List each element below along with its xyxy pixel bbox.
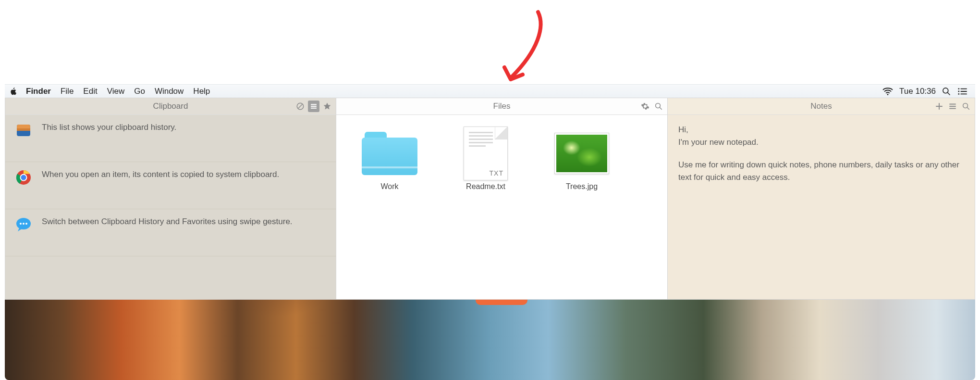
spotlight-icon[interactable] (942, 87, 951, 96)
files-panel: Files Work (336, 98, 668, 300)
clipboard-panel: Clipboard This list s (5, 98, 336, 300)
svg-point-23 (25, 223, 27, 225)
clipboard-item[interactable]: When you open an item, its content is co… (5, 162, 336, 209)
panels-container: Clipboard This list s (5, 98, 975, 300)
menubar-clock[interactable]: Tue 10:36 (899, 87, 936, 96)
svg-point-0 (887, 94, 889, 95)
svg-point-22 (23, 223, 24, 225)
file-item-image[interactable]: Trees.jpg (546, 129, 618, 191)
menu-file[interactable]: File (61, 87, 74, 96)
notes-line: I'm your new notepad. (678, 136, 964, 149)
notification-center-icon[interactable] (957, 87, 968, 96)
svg-line-2 (948, 92, 950, 95)
notes-list-button[interactable] (947, 101, 958, 112)
files-settings-button[interactable] (639, 101, 651, 112)
svg-rect-16 (17, 128, 30, 131)
clipboard-favorites-button[interactable] (321, 101, 333, 112)
wifi-icon[interactable] (882, 87, 894, 96)
image-file-icon (554, 129, 610, 177)
apple-menu-icon[interactable] (10, 87, 21, 95)
txt-badge: TXT (490, 169, 503, 177)
svg-point-21 (20, 223, 22, 225)
svg-point-1 (943, 88, 948, 93)
svg-point-3 (958, 88, 959, 89)
menu-window[interactable]: Window (155, 87, 184, 96)
svg-point-24 (656, 103, 661, 108)
clipboard-list: This list shows your clipboard history. … (5, 115, 336, 299)
folder-icon (362, 129, 417, 177)
clipboard-clear-button[interactable] (294, 101, 306, 112)
svg-line-32 (967, 107, 969, 110)
app-name[interactable]: Finder (26, 87, 51, 96)
file-item-folder[interactable]: Work (354, 129, 426, 191)
messages-icon (12, 216, 35, 233)
menubar: Finder File Edit View Go Window Help Tue… (5, 84, 975, 98)
svg-point-7 (958, 93, 959, 94)
svg-point-31 (963, 103, 968, 108)
svg-point-5 (958, 90, 959, 92)
notes-add-button[interactable] (933, 101, 945, 112)
menu-go[interactable]: Go (134, 87, 145, 96)
clipboard-item-text: This list shows your clipboard history. (35, 122, 328, 134)
txt-file-icon: TXT (458, 129, 514, 177)
notes-search-button[interactable] (960, 101, 972, 112)
menu-help[interactable]: Help (193, 87, 210, 96)
clipboard-list-button[interactable] (308, 101, 319, 112)
chrome-icon (12, 169, 35, 186)
file-label: Trees.jpg (566, 182, 598, 191)
clipboard-title: Clipboard (153, 101, 188, 111)
clipboard-item-text: When you open an item, its content is co… (35, 169, 328, 181)
notes-line: Hi, (678, 124, 964, 136)
file-label: Work (380, 182, 398, 191)
notes-title: Notes (810, 101, 832, 111)
clipboard-header: Clipboard (5, 98, 336, 115)
notes-line: Use me for writing down quick notes, pho… (678, 159, 964, 184)
menu-edit[interactable]: Edit (83, 87, 97, 96)
notes-header: Notes (668, 98, 975, 115)
notes-panel: Notes Hi, I'm your new notepad. Use me f… (668, 98, 975, 300)
menu-view[interactable]: View (107, 87, 125, 96)
files-search-button[interactable] (653, 101, 664, 112)
file-item-txt[interactable]: TXT Readme.txt (450, 129, 522, 191)
annotation-arrow (456, 7, 562, 84)
svg-line-10 (298, 104, 303, 109)
clipboard-item[interactable]: This list shows your clipboard history. (5, 115, 336, 162)
pocket-icon (12, 122, 35, 139)
notes-body[interactable]: Hi, I'm your new notepad. Use me for wri… (668, 115, 975, 299)
svg-line-25 (660, 107, 662, 110)
clipboard-item[interactable]: Switch between Clipboard History and Fav… (5, 209, 336, 256)
file-label: Readme.txt (466, 182, 505, 191)
files-header: Files (336, 98, 667, 115)
files-body: Work TXT Readme.txt (336, 115, 667, 299)
clipboard-item-text: Switch between Clipboard History and Fav… (35, 216, 328, 228)
svg-point-19 (21, 175, 26, 180)
files-title: Files (493, 101, 511, 111)
